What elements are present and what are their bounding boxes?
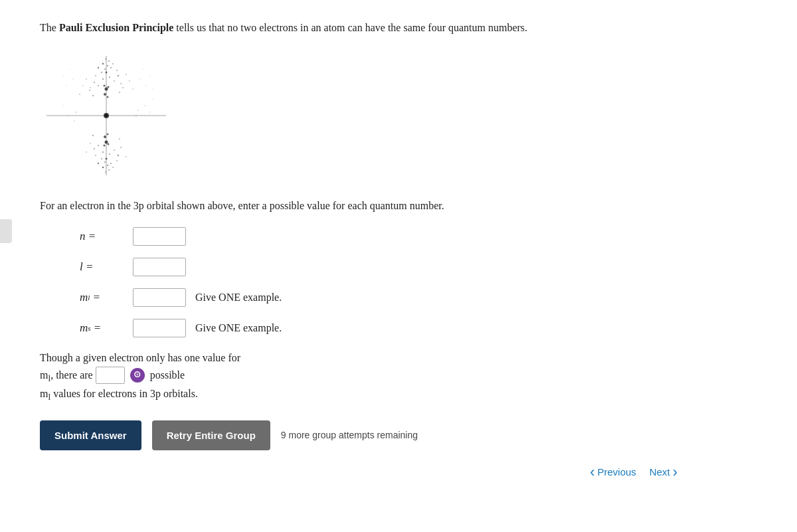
extra-text-block: Though a given electron only has one val… bbox=[40, 349, 385, 404]
svg-point-16 bbox=[102, 78, 104, 80]
svg-point-2 bbox=[104, 68, 106, 70]
svg-point-5 bbox=[108, 60, 110, 62]
svg-point-25 bbox=[89, 90, 90, 91]
l-input[interactable] bbox=[133, 258, 186, 276]
next-label: Next bbox=[650, 466, 670, 478]
ms-hint: Give ONE example. bbox=[195, 322, 282, 334]
svg-point-70 bbox=[144, 105, 145, 106]
svg-point-77 bbox=[142, 68, 143, 70]
svg-point-51 bbox=[102, 151, 104, 153]
orbital-image bbox=[40, 49, 173, 182]
svg-point-45 bbox=[98, 163, 99, 164]
svg-point-75 bbox=[139, 78, 140, 80]
ms-label: ms = bbox=[80, 321, 133, 335]
svg-point-53 bbox=[98, 145, 99, 146]
extra-ml-label2: ml bbox=[40, 388, 50, 399]
svg-point-69 bbox=[74, 120, 75, 122]
svg-point-20 bbox=[120, 83, 122, 84]
svg-point-44 bbox=[112, 167, 114, 168]
previous-button[interactable]: ‹ Previous bbox=[590, 464, 636, 481]
extra-possible: possible bbox=[150, 367, 185, 384]
submit-button[interactable]: Submit Answer bbox=[40, 420, 141, 450]
svg-point-54 bbox=[90, 143, 91, 144]
svg-point-21 bbox=[106, 72, 108, 74]
ml-sub: l bbox=[88, 294, 90, 302]
ml-label: ml = bbox=[80, 291, 133, 304]
svg-point-26 bbox=[82, 85, 84, 86]
svg-point-43 bbox=[101, 158, 102, 159]
svg-point-18 bbox=[98, 85, 99, 86]
retry-button[interactable]: Retry Entire Group bbox=[152, 420, 270, 450]
svg-point-50 bbox=[109, 153, 110, 155]
svg-point-83 bbox=[62, 75, 64, 76]
l-row: l = bbox=[80, 258, 691, 276]
svg-point-6 bbox=[105, 58, 106, 60]
svg-point-68 bbox=[137, 110, 139, 111]
attempts-text: 9 more group attempts remaining bbox=[281, 430, 418, 440]
svg-point-61 bbox=[105, 141, 108, 144]
svg-point-10 bbox=[98, 67, 99, 68]
svg-point-41 bbox=[105, 171, 106, 173]
svg-point-42 bbox=[110, 163, 112, 164]
ml-hint: Give ONE example. bbox=[195, 292, 282, 304]
quantum-inputs-container: n = l = ml = Give ONE example. ms = Give… bbox=[80, 227, 691, 337]
svg-point-3 bbox=[107, 65, 108, 66]
svg-point-35 bbox=[104, 93, 106, 96]
svg-point-31 bbox=[119, 92, 120, 93]
circle-icon: ⊙ bbox=[130, 368, 145, 383]
svg-point-30 bbox=[92, 95, 94, 96]
svg-point-81 bbox=[66, 85, 67, 86]
svg-point-46 bbox=[116, 160, 118, 161]
intro-suffix: tells us that no two electrons in an ato… bbox=[173, 22, 527, 33]
svg-point-60 bbox=[119, 138, 120, 139]
bold-principle: Pauli Exclusion Principle bbox=[59, 22, 173, 33]
orbital-svg bbox=[40, 49, 173, 182]
svg-point-59 bbox=[92, 135, 94, 136]
svg-point-9 bbox=[112, 63, 114, 64]
extra-ml-sub2: l bbox=[48, 392, 50, 402]
svg-point-52 bbox=[114, 149, 115, 151]
nav-row: ‹ Previous Next › bbox=[40, 464, 691, 481]
buttons-row: Submit Answer Retry Entire Group 9 more … bbox=[40, 420, 691, 450]
svg-point-72 bbox=[67, 115, 68, 116]
svg-point-8 bbox=[101, 72, 102, 73]
left-tab bbox=[0, 219, 12, 243]
svg-point-62 bbox=[104, 145, 106, 147]
extra-line1: Though a given electron only has one val… bbox=[40, 352, 240, 363]
extra-line3-suffix: values for electrons in 3p orbitals. bbox=[53, 388, 198, 399]
ms-input[interactable] bbox=[133, 319, 186, 337]
n-row: n = bbox=[80, 227, 691, 246]
n-label: n = bbox=[80, 230, 133, 243]
svg-point-74 bbox=[62, 105, 64, 106]
svg-point-14 bbox=[94, 82, 95, 83]
previous-label: Previous bbox=[597, 466, 636, 478]
ml-row: ml = Give ONE example. bbox=[80, 288, 691, 307]
svg-point-71 bbox=[149, 112, 150, 113]
possible-count-input[interactable] bbox=[96, 367, 125, 384]
svg-point-65 bbox=[107, 133, 109, 135]
svg-point-80 bbox=[72, 78, 74, 80]
svg-point-49 bbox=[94, 148, 95, 149]
svg-point-24 bbox=[122, 87, 124, 88]
svg-point-4 bbox=[102, 63, 104, 64]
next-button[interactable]: Next › bbox=[650, 464, 677, 481]
extra-line2-middle: , there are bbox=[50, 369, 93, 381]
ms-sub: s bbox=[88, 324, 90, 332]
svg-point-66 bbox=[76, 112, 77, 113]
ml-input[interactable] bbox=[133, 288, 186, 307]
svg-point-17 bbox=[114, 80, 115, 82]
svg-point-34 bbox=[108, 86, 110, 88]
svg-point-37 bbox=[104, 161, 106, 163]
next-arrow: › bbox=[673, 464, 677, 481]
n-input[interactable] bbox=[133, 227, 186, 246]
svg-point-73 bbox=[152, 98, 153, 100]
svg-point-78 bbox=[149, 75, 150, 76]
svg-point-29 bbox=[79, 94, 80, 95]
svg-point-11 bbox=[116, 70, 118, 71]
svg-point-32 bbox=[105, 88, 108, 91]
extra-input-row: ⊙ possible bbox=[96, 367, 185, 384]
svg-point-19 bbox=[90, 87, 91, 88]
svg-point-85 bbox=[105, 114, 108, 117]
svg-point-57 bbox=[126, 156, 127, 157]
svg-point-36 bbox=[107, 96, 109, 98]
